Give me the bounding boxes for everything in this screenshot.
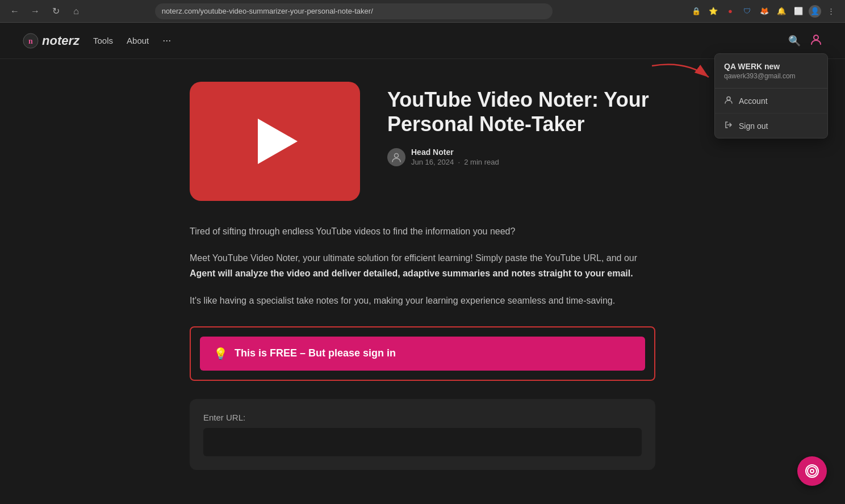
cta-signin-button[interactable]: 💡 This is FREE – But please sign in (200, 337, 645, 371)
url-label: Enter URL: (203, 413, 642, 422)
extension-icon-tab[interactable]: ⬜ (792, 5, 805, 18)
nav-tools[interactable]: Tools (93, 36, 113, 45)
cta-button-label: This is FREE – But please sign in (235, 347, 396, 359)
nav-more[interactable]: ··· (162, 35, 171, 47)
author-name: Head Noter (411, 148, 499, 157)
svg-point-5 (395, 153, 399, 157)
user-icon (810, 33, 822, 45)
author-row: Head Noter Jun 16, 2024 · 2 min read (387, 148, 655, 166)
forward-button[interactable]: → (27, 3, 43, 19)
back-button[interactable]: ← (7, 3, 23, 19)
paragraph-2: Meet YouTube Video Noter, your ultimate … (190, 250, 655, 281)
dropdown-user-name: QA WERK new (724, 62, 818, 71)
logo-text: noterz (42, 33, 80, 48)
signout-label: Sign out (739, 121, 768, 131)
article-meta: Jun 16, 2024 · 2 min read (411, 158, 499, 166)
browser-toolbar-icons: 🔒 ⭐ ● 🛡 🦊 🔔 ⬜ 👤 ⋮ (689, 5, 838, 18)
browser-chrome: ← → ↻ ⌂ noterz.com/youtube-video-summari… (0, 0, 845, 23)
article-read-time: 2 min read (464, 158, 499, 166)
svg-point-2 (814, 35, 818, 40)
svg-point-6 (808, 467, 817, 476)
dropdown-user-info: QA WERK new qawerk393@gmail.com (715, 54, 827, 89)
home-button[interactable]: ⌂ (68, 3, 84, 19)
main-content: YouTube Video Noter: Your Personal Note-… (167, 59, 678, 493)
extension-icon-fox[interactable]: 🦊 (758, 5, 771, 18)
search-button[interactable]: 🔍 (788, 35, 801, 47)
floating-support-button[interactable] (797, 456, 827, 486)
signout-icon (724, 120, 733, 131)
support-icon (805, 464, 819, 478)
main-nav: Tools About ··· (93, 35, 171, 47)
nav-about[interactable]: About (127, 36, 149, 45)
header-actions: 🔍 (788, 33, 822, 49)
user-profile-icon[interactable]: 👤 (809, 5, 821, 18)
article-title: YouTube Video Noter: Your Personal Note-… (387, 87, 655, 136)
logo-icon: n (23, 33, 39, 49)
author-info: Head Noter Jun 16, 2024 · 2 min read (411, 148, 499, 166)
paragraph-3: It's like having a specialist take notes… (190, 293, 655, 308)
user-menu-button[interactable] (810, 33, 822, 49)
url-section: Enter URL: (190, 399, 655, 470)
address-bar[interactable]: noterz.com/youtube-video-summarizer-your… (155, 3, 553, 19)
account-icon (724, 95, 733, 106)
extension-icon-shield[interactable]: 🛡 (741, 5, 754, 18)
paragraph-2-bold: Agent will analyze the video and deliver… (190, 268, 633, 278)
bulb-icon: 💡 (214, 347, 228, 360)
browser-menu-button[interactable]: ⋮ (825, 5, 838, 18)
hero-text: YouTube Video Noter: Your Personal Note-… (387, 82, 655, 166)
account-menu-item[interactable]: Account (715, 89, 827, 114)
hero-section: YouTube Video Noter: Your Personal Note-… (190, 82, 655, 201)
dropdown-user-email: qawerk393@gmail.com (724, 72, 818, 80)
svg-point-7 (810, 469, 814, 473)
extension-icon-1[interactable]: 🔒 (689, 5, 703, 18)
author-avatar (387, 148, 405, 166)
article-body: Tired of sifting through endless YouTube… (190, 224, 655, 308)
account-label: Account (739, 96, 768, 106)
youtube-thumbnail (190, 82, 360, 201)
paragraph-2-start: Meet YouTube Video Noter, your ultimate … (190, 253, 637, 263)
extension-icon-2[interactable]: ⭐ (706, 5, 720, 18)
signout-menu-item[interactable]: Sign out (715, 114, 827, 138)
logo-link[interactable]: n noterz (23, 33, 80, 49)
user-dropdown: QA WERK new qawerk393@gmail.com Account … (714, 53, 828, 138)
reload-button[interactable]: ↻ (48, 3, 64, 19)
paragraph-1: Tired of sifting through endless YouTube… (190, 224, 655, 239)
url-input-box[interactable] (203, 428, 642, 456)
url-text: noterz.com/youtube-video-summarizer-your… (162, 7, 373, 15)
svg-point-4 (727, 97, 730, 100)
svg-text:n: n (28, 37, 33, 45)
extension-icon-red[interactable]: ● (723, 5, 737, 18)
cta-box: 💡 This is FREE – But please sign in (190, 326, 655, 381)
site-header: n noterz Tools About ··· 🔍 QA WERK new q… (0, 23, 845, 59)
extension-icon-bell[interactable]: 🔔 (775, 5, 788, 18)
article-date: Jun 16, 2024 (411, 158, 454, 166)
play-icon (258, 119, 298, 164)
